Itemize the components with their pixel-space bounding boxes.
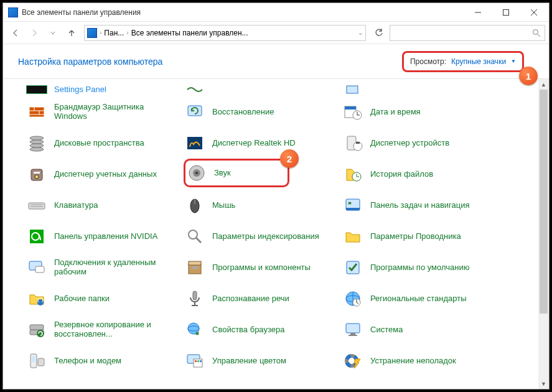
item-label: Рабочие папки	[54, 294, 110, 304]
view-value: Крупные значки	[451, 57, 506, 66]
keyboard-icon	[26, 194, 48, 217]
list-item[interactable]: Брандмауэр Защитника Windows	[26, 96, 184, 128]
item-label: Дисковые пространства	[54, 139, 144, 148]
chevron-right-icon[interactable]: ›	[126, 29, 128, 36]
workdirs-icon	[26, 287, 48, 310]
list-item[interactable]: История файлов	[342, 159, 500, 190]
backup-icon	[26, 319, 48, 341]
item-label: Settings Panel	[54, 85, 106, 95]
devices-icon	[342, 132, 364, 154]
list-item[interactable]: Диспетчер Realtek HD	[184, 128, 342, 159]
scroll-up-icon[interactable]: ▲	[538, 79, 549, 90]
list-item[interactable]: Система	[342, 314, 500, 345]
list-item[interactable]: Программы и компоненты	[184, 252, 342, 283]
explorer-icon	[342, 225, 364, 248]
item-label: Свойства браузера	[212, 325, 284, 335]
list-item[interactable]: Звук2	[184, 159, 289, 187]
item-label: Звук	[214, 169, 231, 178]
list-item[interactable]: Телефон и модем	[26, 345, 184, 376]
generic-icon	[342, 83, 364, 96]
svg-point-4	[533, 29, 538, 34]
list-item[interactable]: Параметры индексирования	[184, 221, 342, 252]
address-bar[interactable]: › Пан... › Все элементы панели управлен.…	[84, 25, 366, 41]
list-item[interactable]: Settings Panel	[26, 83, 184, 96]
svg-rect-77	[197, 360, 199, 362]
list-item[interactable]: Мышь	[184, 190, 342, 221]
svg-point-19	[30, 136, 44, 140]
svg-rect-64	[30, 325, 44, 330]
svg-point-45	[189, 230, 197, 239]
breadcrumb[interactable]: Все элементы панели управлен...	[131, 29, 248, 37]
item-label: Диспетчер устройств	[370, 139, 449, 148]
svg-point-32	[195, 172, 198, 174]
phone-icon	[26, 350, 48, 372]
view-dropdown[interactable]: Просмотр: Крупные значки ▼	[402, 51, 524, 72]
recent-dropdown[interactable]	[44, 24, 62, 42]
remote-icon	[26, 256, 48, 279]
programs-icon	[184, 256, 206, 279]
scroll-down-icon[interactable]: ▼	[538, 378, 549, 389]
close-button[interactable]	[520, 4, 548, 21]
list-item[interactable]: Дата и время	[342, 96, 500, 128]
list-item[interactable]: Программы по умолчанию	[342, 252, 500, 283]
list-item[interactable]: Свойства браузера	[184, 314, 342, 345]
index-icon	[184, 225, 206, 248]
generic-icon	[184, 83, 206, 96]
chevron-down-icon: ▼	[511, 58, 516, 64]
forward-button[interactable]	[26, 24, 43, 42]
svg-rect-15	[345, 106, 356, 110]
list-item[interactable]: Резервное копирование и восстановлен...	[26, 314, 184, 345]
item-label: Резервное копирование и восстановлен...	[54, 320, 179, 339]
list-item[interactable]: Дисковые пространства	[26, 128, 184, 159]
svg-rect-70	[349, 335, 357, 336]
svg-rect-68	[346, 324, 360, 333]
item-label: История файлов	[370, 170, 433, 179]
item-label: Подключения к удаленным рабочим	[54, 258, 179, 277]
item-label: Программы по умолчанию	[370, 263, 469, 273]
list-item[interactable]: Диспетчер учетных данных	[26, 159, 184, 190]
list-item[interactable]: Распознавание речи	[184, 283, 342, 314]
firewall-icon	[26, 101, 48, 123]
list-item[interactable]	[184, 83, 342, 96]
list-item[interactable]: Клавиатура	[26, 190, 184, 221]
item-label: Панель управления NVIDIA	[54, 232, 157, 241]
up-button[interactable]	[63, 24, 80, 42]
list-item[interactable]: Подключения к удаленным рабочим	[26, 252, 184, 283]
list-item[interactable]: Восстановление	[184, 96, 342, 128]
item-label: Устранение неполадок	[370, 357, 456, 366]
list-item[interactable]: Рабочие папки	[26, 283, 184, 314]
svg-point-53	[37, 299, 44, 306]
window-title: Все элементы панели управления	[22, 8, 464, 17]
chevron-down-icon[interactable]: ⌄	[358, 29, 363, 36]
item-label: Клавиатура	[54, 201, 98, 210]
minimize-button[interactable]	[464, 4, 492, 21]
list-item[interactable]: Региональные стандарты	[342, 283, 500, 314]
svg-rect-28	[34, 172, 40, 174]
control-panel-icon	[8, 7, 18, 17]
inet-icon	[184, 319, 206, 341]
scroll-thumb[interactable]	[540, 90, 548, 314]
search-input[interactable]	[390, 25, 545, 41]
navbar: › Пан... › Все элементы панели управлен.…	[3, 22, 549, 44]
color-icon	[184, 350, 206, 372]
scrollbar[interactable]: ▲ ▼	[538, 79, 549, 389]
list-item[interactable]: Параметры Проводника	[342, 221, 500, 252]
item-label: Брандмауэр Защитника Windows	[54, 103, 179, 121]
refresh-button[interactable]	[370, 25, 388, 41]
svg-line-5	[538, 34, 540, 37]
list-item[interactable]: Панель управления NVIDIA	[26, 221, 184, 252]
back-button[interactable]	[7, 24, 24, 42]
svg-rect-54	[193, 291, 197, 300]
maximize-button[interactable]	[492, 4, 520, 21]
history-icon	[342, 163, 364, 185]
list-item[interactable]: Диспетчер устройств	[342, 128, 500, 159]
list-item[interactable]	[342, 83, 500, 96]
list-item[interactable]: Панель задач и навигация	[342, 190, 500, 221]
chevron-right-icon[interactable]: ›	[100, 29, 101, 36]
breadcrumb[interactable]: Пан...	[104, 29, 124, 37]
svg-rect-75	[194, 359, 202, 367]
view-label: Просмотр:	[410, 57, 446, 66]
list-item[interactable]: Управление цветом	[184, 345, 342, 376]
list-item[interactable]: Устранение неполадок	[342, 345, 500, 376]
svg-point-51	[191, 266, 199, 269]
